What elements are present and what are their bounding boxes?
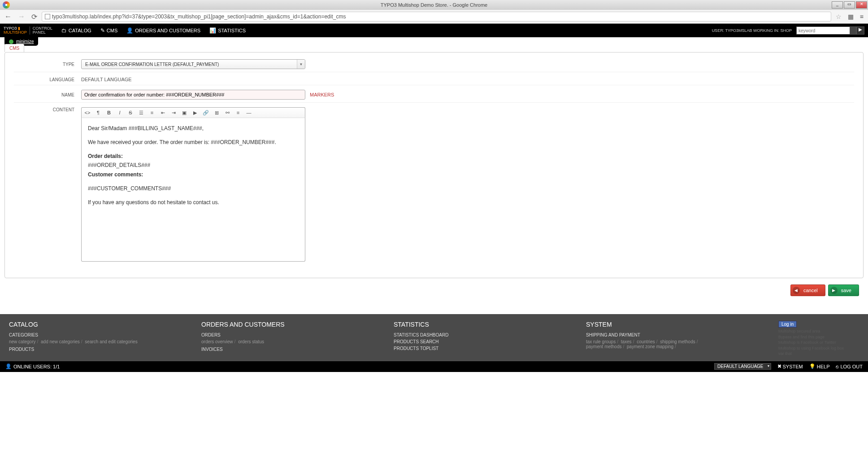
footer-orders-sub[interactable]: ORDERS [201, 332, 367, 337]
footer-orders-title: ORDERS AND CUSTOMERS [201, 321, 367, 328]
tool-paragraph-icon[interactable]: ¶ [95, 109, 101, 116]
user-info: USER: TYPO3MSLAB WORKING IN: SHOP [712, 28, 792, 33]
chevron-left-icon: ◀ [793, 287, 800, 294]
minimize-link[interactable]: minimize [16, 39, 34, 44]
link-shipping-methods[interactable]: shipping methods [660, 339, 695, 344]
cancel-button[interactable]: ◀ cancel [790, 284, 825, 296]
tool-italic-icon[interactable]: I [117, 109, 123, 116]
tool-source-icon[interactable]: <> [84, 109, 91, 116]
tab-cms[interactable]: CMS [4, 44, 24, 52]
link-payment-zone[interactable]: payment zone mapping [627, 344, 673, 349]
footer-products[interactable]: PRODUCTS [9, 347, 174, 352]
language-select[interactable]: DEFAULT LANGUAGE [714, 363, 771, 370]
footer-system: SYSTEM SHIPPING AND PAYMENT tax rule gro… [586, 321, 751, 357]
footer-products-toplist[interactable]: PRODUCTS TOPLIST [394, 346, 559, 351]
editor-body[interactable]: Dear Sir/Madam ###BILLING_LAST_NAME###, … [81, 118, 305, 262]
content-h2: Customer comments: [88, 171, 299, 179]
gear-icon: ✖ [777, 363, 781, 369]
minimize-window-button[interactable]: _ [832, 1, 843, 9]
label-language: LANGUAGE [14, 77, 81, 82]
login-button[interactable]: Log in [778, 321, 797, 328]
nav-orders-label: ORDERS AND CUSTOMERS [135, 28, 200, 33]
forward-button[interactable]: → [16, 12, 27, 22]
footer-stats: STATISTICS STATISTICS DASHBOARD PRODUCTS… [394, 321, 559, 357]
tool-outdent-icon[interactable]: ⇤ [160, 109, 166, 116]
tool-table-icon[interactable]: ⊞ [213, 109, 220, 116]
faint-text: Multishop secured area Bypass and find t… [778, 328, 859, 357]
type-select-value: E-MAIL ORDER CONFIRMATION LETTER (DEFAUL… [85, 62, 219, 67]
tool-video-icon[interactable]: ▶ [192, 109, 198, 116]
bookmark-star-icon[interactable]: ☆ [836, 13, 842, 20]
row-language: LANGUAGE DEFAULT LANGUAGE [14, 77, 854, 85]
chevron-right-icon: ▶ [830, 287, 838, 294]
link-add-categories[interactable]: add new categories [41, 339, 80, 344]
nav-cms[interactable]: ✎ CMS [100, 27, 117, 34]
footer-stats-dashboard[interactable]: STATISTICS DASHBOARD [394, 332, 559, 337]
tool-hr-icon[interactable]: — [246, 109, 252, 116]
maximize-window-button[interactable]: ▭ [844, 1, 855, 9]
save-button[interactable]: ▶ save [828, 284, 859, 296]
link-orders-overview[interactable]: orders overview [201, 339, 233, 344]
footer-products-search[interactable]: PRODUCTS SEARCH [394, 339, 559, 344]
footer: CATALOG CATEGORIES new category/ add new… [0, 314, 868, 361]
tool-ul-icon[interactable]: ☰ [138, 109, 144, 116]
link-tax-groups[interactable]: tax rule groups [586, 339, 616, 344]
language-value: DEFAULT LANGUAGE [81, 77, 132, 82]
close-window-button[interactable]: ✕ [856, 1, 867, 9]
link-taxes[interactable]: taxes [621, 339, 632, 344]
tool-bold-icon[interactable]: B [106, 109, 112, 116]
footer-sys-links2: payment methods/ payment zone mapping/ [586, 344, 751, 349]
chart-icon: 📊 [209, 27, 216, 34]
reload-button[interactable]: ⟳ [30, 12, 39, 22]
footer-categories[interactable]: CATEGORIES [9, 332, 174, 337]
tool-ol-icon[interactable]: ≡ [149, 109, 155, 116]
type-select[interactable]: E-MAIL ORDER CONFIRMATION LETTER (DEFAUL… [81, 59, 305, 69]
cancel-label: cancel [803, 288, 818, 293]
logout-icon: ⎋ [836, 364, 839, 369]
label-content: CONTENT [14, 107, 81, 112]
page-menu-icon[interactable]: ▦ [846, 12, 855, 21]
nav-statistics-label: STATISTICS [218, 28, 246, 33]
hamburger-menu-icon[interactable]: ≡ [858, 12, 865, 21]
name-input[interactable] [81, 90, 305, 100]
tool-link-icon[interactable]: ⚯ [224, 109, 230, 116]
footer-shipping[interactable]: SHIPPING AND PAYMENT [586, 332, 751, 337]
tool-image-icon[interactable]: ▣ [181, 109, 187, 116]
title-bar: TYPO3 Multishop Demo Store. - Google Chr… [0, 0, 868, 10]
footer-system-title: SYSTEM [586, 321, 751, 328]
tool-align-icon[interactable]: ≡ [235, 109, 241, 116]
main-content: CMS TYPE E-MAIL ORDER CONFIRMATION LETTE… [0, 44, 868, 314]
person-icon: 👤 [126, 27, 133, 34]
tool-indent-icon[interactable]: ⇥ [170, 109, 177, 116]
online-users-text: ONLINE USERS: 1/1 [13, 364, 60, 369]
search-go-button[interactable]: ▶ [856, 26, 864, 35]
link-search-categories[interactable]: search and edit categories [85, 339, 137, 344]
bottom-help[interactable]: 💡 HELP [809, 363, 830, 369]
online-users: 👤 ONLINE USERS: 1/1 [5, 363, 60, 369]
link-payment-methods[interactable]: payment methods [586, 344, 622, 349]
link-orders-status[interactable]: orders status [238, 339, 264, 344]
window-title: TYPO3 Multishop Demo Store. - Google Chr… [381, 2, 487, 8]
tool-attach-icon[interactable]: 🔗 [203, 109, 209, 116]
footer-catalog-title: CATALOG [9, 321, 174, 328]
markers-link[interactable]: MARKERS [310, 92, 334, 97]
footer-orders: ORDERS AND CUSTOMERS ORDERS orders overv… [201, 321, 367, 357]
url-bar[interactable]: typo3multishop.lab/index.php?id=37&type=… [42, 12, 831, 22]
nav-orders[interactable]: 👤 ORDERS AND CUSTOMERS [126, 27, 200, 34]
back-button[interactable]: ← [3, 12, 13, 22]
bottom-system[interactable]: ✖ SYSTEM [777, 363, 803, 369]
tool-strike-icon[interactable]: S [127, 109, 134, 116]
search-input[interactable] [796, 26, 850, 35]
footer-invoices[interactable]: INVOICES [201, 347, 367, 352]
search-dropdown-button[interactable] [850, 26, 856, 35]
nav-catalog[interactable]: 🗀 CATALOG [61, 27, 91, 34]
link-countries[interactable]: countries [637, 339, 655, 344]
nav-statistics[interactable]: 📊 STATISTICS [209, 27, 246, 34]
footer-catalog: CATALOG CATEGORIES new category/ add new… [9, 321, 174, 357]
bottom-logout[interactable]: ⎋ LOG OUT [836, 364, 863, 369]
label-name: NAME [14, 92, 81, 97]
row-content: CONTENT <> ¶ B I S ☰ ≡ ⇤ ⇥ ▣ ▶ [14, 107, 854, 264]
link-new-category[interactable]: new category [9, 339, 35, 344]
logo-area[interactable]: TYPO3 ▮ MULTISHOP CONTROLPANEL [4, 26, 52, 35]
bulb-icon: 💡 [809, 363, 816, 369]
